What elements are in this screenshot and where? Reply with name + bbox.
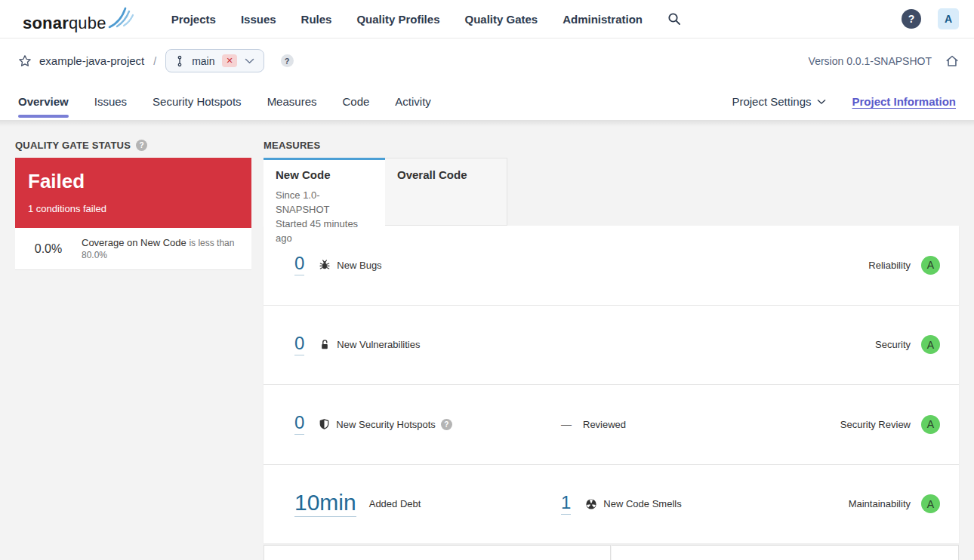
navbar-right: ? A	[902, 8, 959, 29]
sonarqube-swoosh-icon	[108, 6, 134, 29]
version-label: Version 0.0.1-SNAPSHOT	[809, 55, 932, 67]
tab-overall-code[interactable]: Overall Code	[385, 158, 507, 226]
overall-code-tab-label: Overall Code	[397, 168, 495, 181]
hotspots-help-icon[interactable]: ?	[441, 419, 452, 430]
top-navbar: sonarqube Projects Issues Rules Quality …	[0, 0, 974, 38]
star-icon[interactable]	[18, 54, 32, 68]
branch-icon	[175, 55, 184, 67]
measure-row-maintainability: 10min Added Debt 1	[264, 464, 959, 544]
code-smell-icon	[585, 498, 597, 510]
nav-item-projects[interactable]: Projects	[171, 13, 216, 26]
new-bugs-count[interactable]: 0	[294, 254, 304, 275]
added-debt-value[interactable]: 10min	[294, 491, 356, 517]
new-security-hotspots-count[interactable]: 0	[294, 414, 304, 435]
nav-item-rules[interactable]: Rules	[301, 13, 332, 26]
chevron-down-icon[interactable]	[245, 58, 254, 64]
close-icon[interactable]: ✕	[222, 54, 236, 66]
project-tabs-bar: Overview Issues Security Hotspots Measur…	[0, 83, 974, 120]
main-nav: Projects Issues Rules Quality Profiles Q…	[171, 13, 643, 26]
bug-icon	[319, 259, 331, 271]
category-label: Security Review	[840, 419, 911, 430]
tab-measures[interactable]: Measures	[267, 83, 317, 120]
measure-label: New Vulnerabilities	[337, 339, 420, 350]
nav-item-issues[interactable]: Issues	[241, 13, 276, 26]
reviewed-metric: — Reviewed	[561, 418, 626, 430]
measure-label: New Security Hotspots	[336, 419, 436, 430]
tab-security-hotspots[interactable]: Security Hotspots	[153, 83, 242, 120]
tab-issues[interactable]: Issues	[94, 83, 127, 120]
project-tabs: Overview Issues Security Hotspots Measur…	[18, 83, 431, 120]
avatar[interactable]: A	[938, 8, 959, 29]
branch-help-icon[interactable]: ?	[281, 54, 294, 67]
branch-selector[interactable]: main ✕	[165, 49, 264, 72]
measures-section: MEASURES New Code Since 1.0-SNAPSHOT Sta…	[264, 140, 959, 543]
measure-label: New Bugs	[337, 260, 381, 271]
nav-item-quality-gates[interactable]: Quality Gates	[464, 13, 538, 26]
condition-value: 0.0%	[15, 242, 82, 256]
tab-overview[interactable]: Overview	[18, 83, 69, 120]
category-label: Reliability	[868, 260, 911, 271]
quality-gate-status-card: Failed 1 conditions failed	[15, 158, 251, 228]
breadcrumb-separator: /	[153, 55, 156, 67]
sonarqube-logo[interactable]: sonarqube	[23, 6, 134, 32]
search-icon[interactable]	[667, 12, 681, 26]
measure-row-bugs: 0 New Bugs Reliability A	[264, 226, 959, 305]
breadcrumb: example-java-project / main ✕ ?	[18, 49, 294, 72]
project-settings-menu[interactable]: Project Settings	[732, 95, 826, 108]
security-rating-badge[interactable]: A	[921, 335, 940, 354]
measures-heading: MEASURES	[264, 140, 320, 151]
nav-item-quality-profiles[interactable]: Quality Profiles	[356, 13, 439, 26]
failed-condition-row[interactable]: 0.0% Coverage on New Code is less than 8…	[15, 228, 251, 270]
measure-label: Added Debt	[369, 498, 421, 509]
quality-gate-conditions-summary: 1 conditions failed	[28, 203, 239, 214]
breadcrumb-bar: example-java-project / main ✕ ? Version …	[0, 38, 974, 83]
new-code-smells-metric: 1 New Code Smells	[561, 494, 682, 515]
shield-icon	[319, 418, 330, 430]
new-code-smells-count[interactable]: 1	[561, 494, 571, 515]
measure-row-security-hotspots: 0 New Security Hotspots ? — Reviewed Sec…	[264, 384, 959, 464]
chevron-down-icon	[817, 99, 826, 105]
breadcrumb-right: Version 0.0.1-SNAPSHOT	[809, 54, 959, 68]
condition-metric: Coverage on New Code	[82, 237, 186, 248]
nav-item-administration[interactable]: Administration	[563, 13, 643, 26]
new-vulnerabilities-count[interactable]: 0	[294, 334, 304, 355]
duplications-panel-partial	[612, 545, 959, 560]
measure-row-vulnerabilities: 0 New Vulnerabilities Security A	[264, 305, 959, 385]
breadcrumb-project-name[interactable]: example-java-project	[39, 54, 144, 67]
branch-name: main	[192, 55, 214, 67]
category-label: Maintainability	[849, 498, 911, 509]
reviewed-dash: —	[561, 418, 571, 430]
tab-new-code[interactable]: New Code Since 1.0-SNAPSHOT Started 45 m…	[264, 158, 385, 226]
quality-gate-status: Failed	[28, 170, 239, 193]
security-review-rating-badge[interactable]: A	[921, 415, 940, 434]
quality-gate-heading: QUALITY GATE STATUS	[15, 140, 131, 151]
quality-gate-help-icon[interactable]: ?	[136, 140, 147, 151]
home-icon[interactable]	[945, 54, 959, 68]
measures-panel: 0 New Bugs Reliability A 0	[264, 226, 959, 543]
measure-label: New Code Smells	[603, 498, 681, 509]
category-label: Security	[875, 339, 911, 350]
tab-activity[interactable]: Activity	[395, 83, 431, 120]
tabs-right: Project Settings Project Information	[732, 95, 956, 108]
project-information-link[interactable]: Project Information	[852, 95, 956, 108]
lock-icon	[319, 339, 331, 351]
reviewed-label: Reviewed	[583, 419, 626, 430]
new-code-tab-label: New Code	[276, 168, 373, 181]
maintainability-rating-badge[interactable]: A	[921, 494, 940, 513]
project-settings-label: Project Settings	[732, 95, 811, 108]
measures-tabs: New Code Since 1.0-SNAPSHOT Started 45 m…	[264, 158, 959, 226]
quality-gate-section: QUALITY GATE STATUS ? Failed 1 condition…	[15, 140, 251, 270]
new-code-since: Since 1.0-SNAPSHOT	[276, 188, 373, 217]
overview-content: QUALITY GATE STATUS ? Failed 1 condition…	[0, 120, 974, 560]
logo-text: sonarqube	[23, 15, 106, 32]
reliability-rating-badge[interactable]: A	[921, 256, 940, 275]
tab-code[interactable]: Code	[342, 83, 369, 120]
help-icon[interactable]: ?	[902, 9, 921, 29]
coverage-panel-partial	[264, 545, 611, 560]
